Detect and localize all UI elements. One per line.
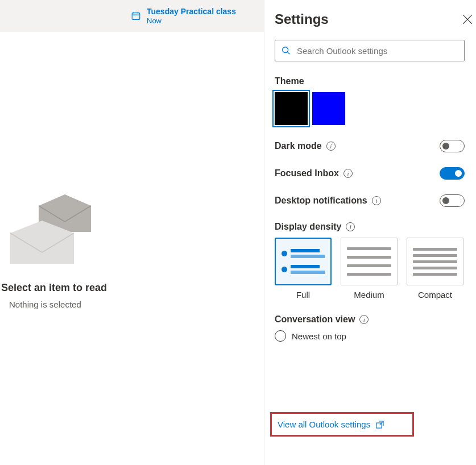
desktop-notifications-label: Desktop notifications (275, 196, 367, 206)
theme-options (275, 92, 476, 125)
notification-title: Tuesday Practical class (147, 7, 236, 16)
info-icon[interactable]: i (359, 315, 369, 324)
search-icon (281, 45, 291, 56)
svg-line-9 (288, 52, 290, 55)
view-all-settings-highlight: View all Outlook settings (270, 412, 414, 437)
focused-inbox-label: Focused Inbox (275, 168, 339, 178)
calendar-notification[interactable]: Tuesday Practical class Now (0, 0, 264, 32)
density-label: Full (296, 290, 310, 300)
settings-panel: Settings Theme Dark mode i Focused Inbox… (264, 0, 476, 465)
conversation-view-label: Conversation view (275, 314, 355, 325)
dark-mode-label: Dark mode (275, 141, 322, 151)
density-option-full[interactable]: Full (275, 238, 332, 300)
view-all-settings-text: View all Outlook settings (278, 420, 370, 429)
close-icon[interactable] (462, 14, 473, 24)
empty-state-illustration (8, 191, 105, 271)
conversation-newest-on-top[interactable]: Newest on top (275, 330, 476, 342)
dark-mode-toggle[interactable] (440, 140, 465, 152)
density-preview (341, 238, 398, 285)
radio-icon (275, 330, 286, 342)
desktop-notifications-toggle[interactable] (440, 194, 465, 207)
svg-rect-0 (132, 13, 140, 20)
theme-label: Theme (275, 76, 476, 86)
settings-search[interactable] (275, 40, 465, 61)
info-icon[interactable]: i (346, 222, 355, 231)
reading-pane-title: Select an item to read (1, 282, 107, 294)
density-preview (407, 238, 463, 285)
theme-swatch-0[interactable] (275, 92, 308, 125)
density-option-compact[interactable]: Compact (407, 238, 463, 300)
info-icon[interactable]: i (343, 169, 353, 178)
density-label: Medium (354, 290, 384, 300)
calendar-icon (131, 11, 141, 21)
popout-icon (376, 421, 384, 429)
density-label: Compact (418, 290, 452, 300)
settings-title: Settings (275, 11, 329, 27)
display-density-label: Display density (275, 222, 341, 232)
info-icon[interactable]: i (372, 196, 381, 205)
notification-time: Now (147, 16, 236, 26)
info-icon[interactable]: i (326, 142, 336, 151)
theme-swatch-1[interactable] (312, 92, 345, 125)
reading-pane-subtitle: Nothing is selected (9, 300, 81, 309)
radio-label: Newest on top (292, 331, 346, 341)
settings-search-input[interactable] (297, 46, 458, 56)
density-option-medium[interactable]: Medium (341, 238, 398, 300)
focused-inbox-toggle[interactable] (440, 167, 465, 180)
view-all-settings-link[interactable]: View all Outlook settings (278, 420, 384, 429)
svg-point-8 (283, 47, 288, 53)
density-preview (275, 238, 332, 285)
